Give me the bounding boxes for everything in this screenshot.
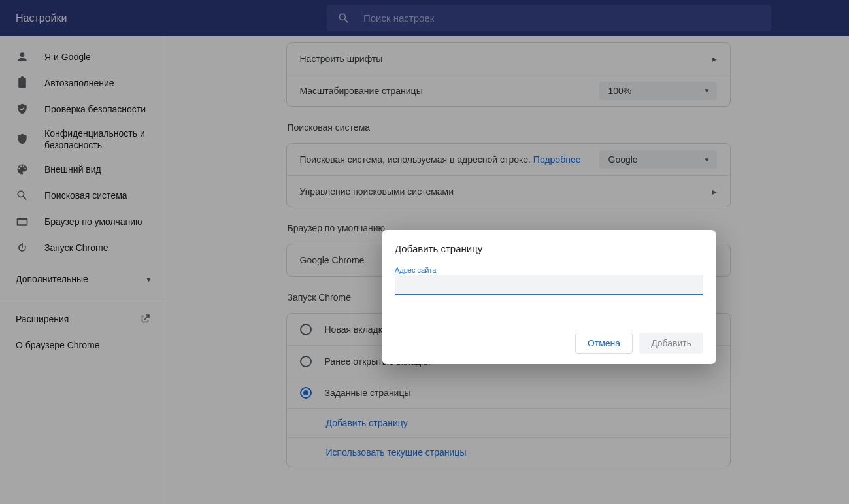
site-url-input[interactable] xyxy=(395,275,703,295)
dialog-actions: Отмена Добавить xyxy=(395,333,703,354)
add-button[interactable]: Добавить xyxy=(639,333,703,354)
add-page-dialog: Добавить страницу Адрес сайта Отмена Доб… xyxy=(382,230,716,364)
cancel-label: Отмена xyxy=(588,338,620,348)
url-field-label: Адрес сайта xyxy=(395,266,703,274)
add-label: Добавить xyxy=(651,338,691,348)
cancel-button[interactable]: Отмена xyxy=(575,333,633,354)
dialog-title: Добавить страницу xyxy=(395,243,703,254)
